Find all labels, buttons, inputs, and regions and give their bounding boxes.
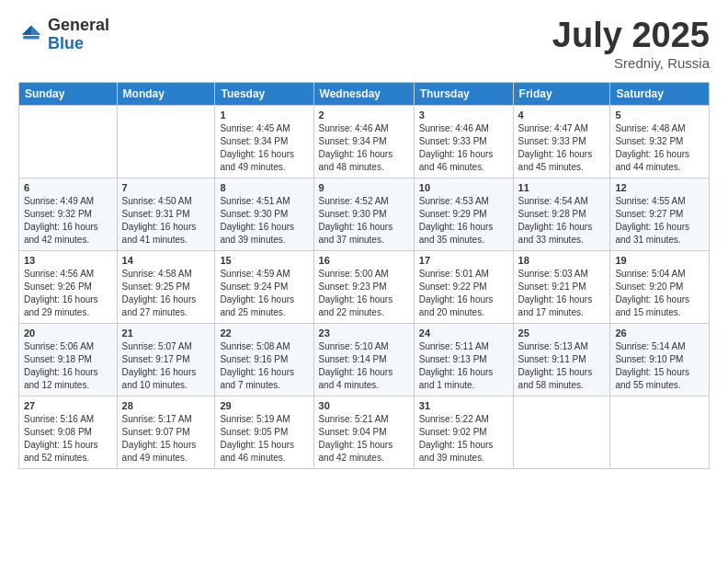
sunrise-time: Sunrise: 5:08 AM — [220, 341, 290, 351]
sunrise-time: Sunrise: 4:48 AM — [615, 123, 685, 133]
table-row: 26Sunrise: 5:14 AMSunset: 9:10 PMDayligh… — [610, 323, 710, 396]
day-info: Sunrise: 4:55 AMSunset: 9:27 PMDaylight:… — [615, 195, 704, 247]
col-sunday: Sunday — [19, 82, 118, 105]
daylight-hours: Daylight: 16 hours and 41 minutes. — [122, 222, 197, 245]
day-info: Sunrise: 4:50 AMSunset: 9:31 PMDaylight:… — [122, 195, 210, 247]
table-row: 21Sunrise: 5:07 AMSunset: 9:17 PMDayligh… — [117, 323, 215, 396]
daylight-hours: Daylight: 16 hours and 17 minutes. — [518, 294, 593, 317]
day-number: 14 — [122, 255, 210, 266]
day-info: Sunrise: 5:19 AMSunset: 9:05 PMDaylight:… — [220, 413, 308, 465]
table-row: 5Sunrise: 4:48 AMSunset: 9:32 PMDaylight… — [610, 105, 710, 178]
sunset-time: Sunset: 9:11 PM — [518, 354, 586, 364]
sunset-time: Sunset: 9:17 PM — [122, 354, 190, 364]
sunrise-time: Sunrise: 4:56 AM — [24, 269, 94, 279]
table-row: 20Sunrise: 5:06 AMSunset: 9:18 PMDayligh… — [19, 323, 118, 396]
day-info: Sunrise: 4:47 AMSunset: 9:33 PMDaylight:… — [518, 122, 606, 174]
day-number: 5 — [615, 109, 704, 121]
table-row: 12Sunrise: 4:55 AMSunset: 9:27 PMDayligh… — [610, 178, 710, 250]
sunset-time: Sunset: 9:33 PM — [419, 136, 487, 146]
table-row: 19Sunrise: 5:04 AMSunset: 9:20 PMDayligh… — [610, 250, 710, 323]
sunrise-time: Sunrise: 5:11 AM — [419, 341, 489, 351]
day-info: Sunrise: 4:48 AMSunset: 9:32 PMDaylight:… — [615, 122, 704, 174]
logo-general: General — [48, 17, 109, 35]
sunrise-time: Sunrise: 4:47 AM — [518, 123, 588, 133]
sunset-time: Sunset: 9:34 PM — [220, 136, 288, 146]
daylight-hours: Daylight: 16 hours and 44 minutes. — [615, 149, 689, 172]
daylight-hours: Daylight: 16 hours and 15 minutes. — [615, 294, 689, 317]
table-row: 15Sunrise: 4:59 AMSunset: 9:24 PMDayligh… — [215, 250, 313, 323]
day-info: Sunrise: 5:04 AMSunset: 9:20 PMDaylight:… — [615, 268, 704, 319]
day-number: 13 — [24, 255, 112, 266]
sunset-time: Sunset: 9:05 PM — [220, 427, 288, 437]
table-row: 10Sunrise: 4:53 AMSunset: 9:29 PMDayligh… — [414, 178, 513, 250]
svg-marker-1 — [22, 25, 32, 35]
daylight-hours: Daylight: 15 hours and 46 minutes. — [220, 440, 294, 463]
sunset-time: Sunset: 9:29 PM — [419, 209, 487, 219]
day-number: 17 — [419, 255, 508, 266]
day-number: 16 — [319, 255, 409, 266]
table-row: 24Sunrise: 5:11 AMSunset: 9:13 PMDayligh… — [414, 323, 513, 396]
day-number: 6 — [24, 182, 112, 193]
day-number: 7 — [122, 182, 210, 193]
table-row — [513, 396, 610, 468]
table-row: 11Sunrise: 4:54 AMSunset: 9:28 PMDayligh… — [513, 178, 610, 250]
table-row — [610, 396, 710, 468]
table-row — [19, 105, 118, 178]
day-number: 4 — [518, 109, 606, 121]
daylight-hours: Daylight: 16 hours and 49 minutes. — [220, 149, 294, 172]
calendar-week-row: 1Sunrise: 4:45 AMSunset: 9:34 PMDaylight… — [19, 105, 710, 178]
table-row: 8Sunrise: 4:51 AMSunset: 9:30 PMDaylight… — [215, 178, 313, 250]
daylight-hours: Daylight: 16 hours and 46 minutes. — [419, 149, 494, 172]
day-info: Sunrise: 5:13 AMSunset: 9:11 PMDaylight:… — [518, 340, 606, 392]
table-row: 23Sunrise: 5:10 AMSunset: 9:14 PMDayligh… — [313, 323, 414, 396]
table-row: 4Sunrise: 4:47 AMSunset: 9:33 PMDaylight… — [513, 105, 610, 178]
sunset-time: Sunset: 9:08 PM — [24, 427, 92, 437]
day-number: 26 — [615, 327, 704, 339]
daylight-hours: Daylight: 16 hours and 35 minutes. — [419, 222, 494, 245]
day-number: 21 — [122, 327, 210, 339]
day-info: Sunrise: 5:14 AMSunset: 9:10 PMDaylight:… — [615, 340, 704, 392]
sunset-time: Sunset: 9:16 PM — [220, 354, 288, 364]
logo-icon — [18, 22, 44, 48]
daylight-hours: Daylight: 16 hours and 39 minutes. — [220, 222, 294, 245]
table-row: 13Sunrise: 4:56 AMSunset: 9:26 PMDayligh… — [19, 250, 118, 323]
day-info: Sunrise: 5:07 AMSunset: 9:17 PMDaylight:… — [122, 340, 210, 392]
day-number: 24 — [419, 327, 508, 339]
sunrise-time: Sunrise: 5:07 AM — [122, 341, 192, 351]
day-number: 23 — [319, 327, 409, 339]
sunset-time: Sunset: 9:20 PM — [615, 282, 683, 292]
sunset-time: Sunset: 9:30 PM — [319, 209, 387, 219]
day-info: Sunrise: 5:06 AMSunset: 9:18 PMDaylight:… — [24, 340, 112, 392]
day-info: Sunrise: 4:54 AMSunset: 9:28 PMDaylight:… — [518, 195, 606, 247]
sunrise-time: Sunrise: 4:55 AM — [615, 196, 685, 206]
sunset-time: Sunset: 9:14 PM — [319, 354, 387, 364]
sunrise-time: Sunrise: 5:00 AM — [319, 269, 389, 279]
daylight-hours: Daylight: 16 hours and 12 minutes. — [24, 367, 98, 390]
sunrise-time: Sunrise: 5:13 AM — [518, 341, 588, 351]
day-number: 2 — [319, 109, 409, 121]
sunset-time: Sunset: 9:02 PM — [419, 427, 487, 437]
sunset-time: Sunset: 9:13 PM — [419, 354, 487, 364]
sunset-time: Sunset: 9:25 PM — [122, 282, 190, 292]
sunset-time: Sunset: 9:27 PM — [615, 209, 683, 219]
day-number: 3 — [419, 109, 508, 121]
sunrise-time: Sunrise: 4:46 AM — [319, 123, 389, 133]
day-number: 22 — [220, 327, 308, 339]
day-number: 29 — [220, 400, 308, 411]
title-block: July 2025 Sredniy, Russia — [552, 17, 710, 71]
logo-text: General Blue — [48, 17, 109, 53]
daylight-hours: Daylight: 15 hours and 39 minutes. — [419, 440, 494, 463]
calendar-week-row: 13Sunrise: 4:56 AMSunset: 9:26 PMDayligh… — [19, 250, 710, 323]
table-row: 30Sunrise: 5:21 AMSunset: 9:04 PMDayligh… — [313, 396, 414, 468]
sunset-time: Sunset: 9:30 PM — [220, 209, 288, 219]
svg-marker-0 — [31, 25, 41, 35]
table-row: 9Sunrise: 4:52 AMSunset: 9:30 PMDaylight… — [313, 178, 414, 250]
sunrise-time: Sunrise: 4:53 AM — [419, 196, 489, 206]
day-number: 12 — [615, 182, 704, 193]
calendar-week-row: 27Sunrise: 5:16 AMSunset: 9:08 PMDayligh… — [19, 396, 710, 468]
calendar-subtitle: Sredniy, Russia — [552, 55, 710, 71]
day-info: Sunrise: 4:59 AMSunset: 9:24 PMDaylight:… — [220, 268, 308, 319]
sunrise-time: Sunrise: 4:51 AM — [220, 196, 290, 206]
calendar-table: Sunday Monday Tuesday Wednesday Thursday… — [18, 82, 710, 469]
daylight-hours: Daylight: 16 hours and 31 minutes. — [615, 222, 689, 245]
